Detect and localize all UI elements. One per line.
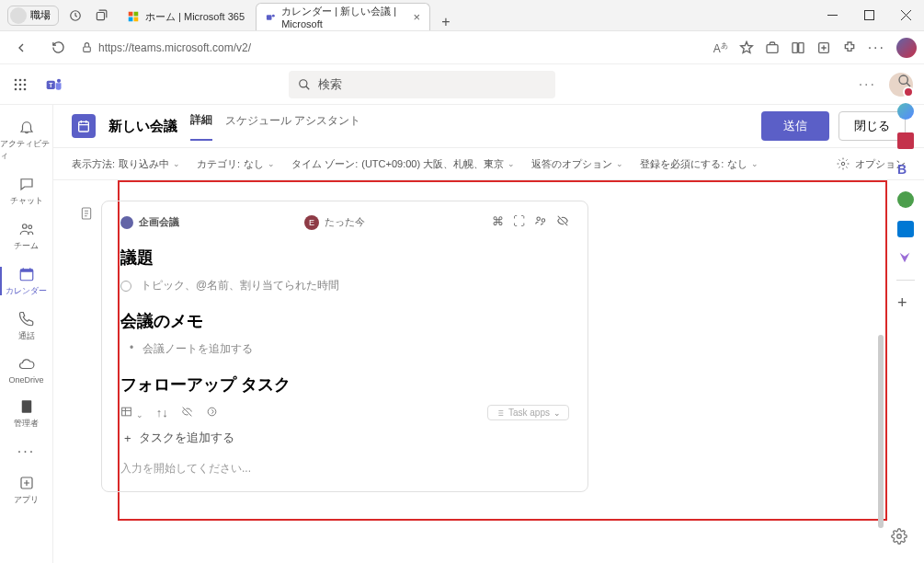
url-box[interactable]: https://teams.microsoft.com/v2/ [81, 41, 251, 54]
rail-apps[interactable]: アプリ [0, 468, 52, 511]
send-button[interactable]: 送信 [761, 111, 829, 141]
tab-details[interactable]: 詳細 [190, 112, 212, 141]
svg-rect-13 [798, 42, 803, 52]
rail-calls[interactable]: 通話 [0, 304, 52, 348]
new-tab-button[interactable]: + [432, 14, 460, 30]
svg-rect-10 [84, 47, 91, 52]
add-task-button[interactable]: + タスクを追加する [120, 430, 569, 446]
sort-icon[interactable]: ↑↓ [156, 406, 168, 419]
history-icon[interactable] [66, 6, 85, 25]
notes-heading: 会議のメモ [120, 310, 569, 332]
timezone-dropdown[interactable]: タイム ゾーン: (UTC+09:00) 大阪、札幌、東京 ⌄ [291, 157, 515, 171]
close-button[interactable] [887, 0, 924, 31]
expand-icon[interactable]: ⛶ [513, 214, 525, 230]
gear-icon [837, 157, 850, 170]
meeting-header: 新しい会議 詳細 スケジュール アシスタント 送信 閉じる [53, 105, 924, 147]
rail-admin[interactable]: 管理者 [0, 392, 52, 435]
tabs-icon[interactable] [92, 6, 110, 25]
tab-scheduling-assistant[interactable]: スケジュール アシスタント [225, 113, 360, 140]
people-icon [17, 220, 36, 238]
teams-logo-icon[interactable]: T [40, 75, 68, 94]
svg-rect-9 [864, 11, 873, 20]
profile-badge[interactable]: 職場 [7, 6, 59, 26]
viva-icon[interactable] [897, 132, 914, 149]
apps-icon [17, 474, 36, 492]
svg-point-21 [15, 87, 17, 90]
left-rail: アクティビティ チャット チーム カレンダー 通話 OneDrive 管理者 ·… [0, 105, 53, 563]
collections-icon[interactable] [816, 40, 831, 55]
svg-point-28 [22, 224, 27, 229]
minimize-button[interactable] [814, 0, 850, 31]
author-avatar: E [304, 215, 319, 230]
toolbox-icon[interactable] [765, 40, 780, 55]
close-icon[interactable]: × [413, 10, 420, 24]
rail-onedrive[interactable]: OneDrive [0, 350, 52, 390]
rail-teams[interactable]: チーム [0, 214, 52, 258]
bell-icon [17, 118, 36, 136]
phone-icon [17, 310, 36, 328]
svg-point-37 [537, 217, 541, 221]
onenote-icon[interactable] [897, 250, 914, 267]
star-icon[interactable] [739, 40, 754, 55]
category-dropdown[interactable]: カテゴリ: なし ⌄ [197, 157, 275, 171]
svg-rect-32 [21, 400, 31, 413]
chat-icon [17, 175, 36, 193]
search-icon[interactable] [897, 74, 914, 90]
back-button[interactable] [7, 34, 35, 62]
visibility-icon[interactable] [181, 406, 193, 420]
agenda-topic-input[interactable]: トピック、@名前、割り当てられた時間 [120, 278, 569, 293]
table-icon[interactable]: ⌄ [120, 406, 143, 420]
share-icon[interactable] [534, 214, 547, 230]
registration-dropdown[interactable]: 登録を必須にする: なし ⌄ [640, 157, 759, 171]
svg-point-38 [542, 219, 545, 223]
cloud-icon [17, 355, 36, 373]
timestamp: たった今 [325, 215, 365, 229]
rail-more[interactable]: ··· [0, 437, 52, 466]
bookings-icon[interactable]: B [897, 162, 914, 178]
maximize-button[interactable] [850, 0, 887, 31]
scrollbar[interactable] [878, 335, 884, 528]
more-icon[interactable]: ··· [859, 76, 876, 93]
copilot-icon[interactable] [896, 38, 917, 58]
app-launcher-icon[interactable] [0, 78, 40, 91]
rail-calendar[interactable]: カレンダー [0, 259, 52, 303]
notes-bullet-input[interactable]: • 会議ノートを追加する [120, 341, 569, 357]
outlook-icon[interactable] [897, 221, 914, 237]
rail-activity[interactable]: アクティビティ [0, 112, 52, 167]
search-input[interactable]: 検索 [289, 71, 555, 98]
page-title: 新しい会議 [108, 118, 177, 135]
chevron-down-icon: ⌄ [616, 159, 623, 168]
tab-label: ホーム | Microsoft 365 [145, 10, 245, 24]
display-as-dropdown[interactable]: 表示方法: 取り込み中 ⌄ [72, 157, 180, 171]
browser-tab-1[interactable]: ホーム | Microsoft 365 [118, 3, 254, 30]
text-size-icon[interactable]: Aあ [713, 40, 728, 55]
add-app-button[interactable]: + [897, 293, 914, 310]
svg-rect-6 [267, 15, 272, 20]
more-icon: ··· [17, 442, 36, 461]
svg-point-17 [24, 78, 27, 81]
start-typing-input[interactable]: 入力を開始してください... [120, 461, 569, 477]
component-icon[interactable]: ⌘ [492, 214, 504, 230]
copilot-icon[interactable] [897, 103, 914, 120]
more-icon[interactable]: ··· [868, 40, 885, 56]
task-apps-button[interactable]: Task apps ⌄ [487, 405, 569, 420]
response-options-dropdown[interactable]: 返答のオプション ⌄ [531, 157, 623, 171]
profile-label: 職場 [30, 8, 51, 22]
planner-icon[interactable] [897, 191, 914, 208]
automation-icon[interactable] [206, 406, 218, 420]
settings-icon[interactable] [891, 528, 907, 548]
note-icon[interactable] [79, 206, 94, 224]
calendar-badge-icon [72, 114, 96, 138]
svg-point-20 [24, 83, 27, 86]
url-text: https://teams.microsoft.com/v2/ [98, 41, 251, 54]
refresh-button[interactable] [44, 34, 72, 62]
note-card-title[interactable]: 企画会議 [139, 215, 179, 229]
visibility-icon[interactable] [556, 214, 569, 230]
rail-chat[interactable]: チャット [0, 169, 52, 213]
browser-tab-2[interactable]: カレンダー | 新しい会議 | Microsoft × [256, 3, 430, 30]
extensions-icon[interactable] [842, 40, 857, 55]
chevron-down-icon: ⌄ [268, 159, 275, 168]
list-icon [496, 408, 505, 418]
svg-rect-8 [827, 15, 838, 16]
split-icon[interactable] [791, 40, 805, 55]
